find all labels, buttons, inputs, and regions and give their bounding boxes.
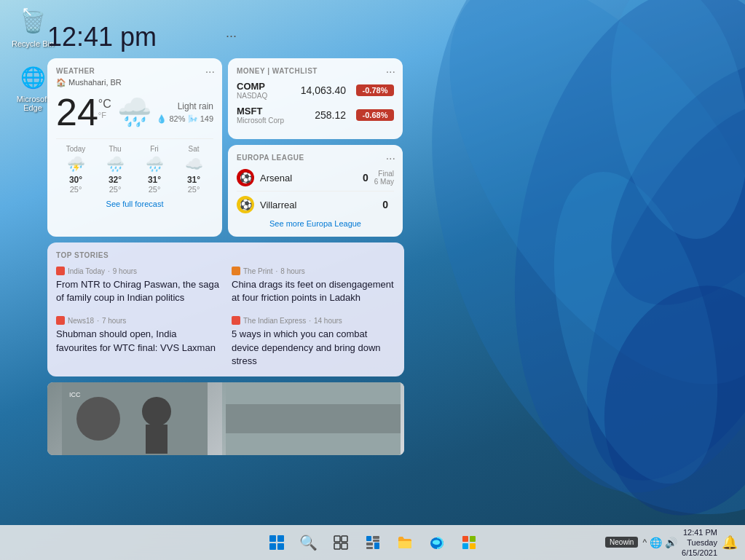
widgets-button[interactable] <box>358 528 387 557</box>
svg-rect-17 <box>269 543 276 550</box>
forecast-fri: Fri 🌧️ 31° 25° <box>135 145 174 194</box>
story-2-source-dot <box>56 316 65 325</box>
forecast-day-name-2: Fri <box>135 145 174 153</box>
story-0-source: India Today · 9 hours <box>56 267 220 275</box>
svg-rect-20 <box>342 536 347 542</box>
taskbar-date: Tuesday6/15/2021 <box>682 537 717 559</box>
temp-number: 24 <box>56 93 98 131</box>
weather-condition: Light rain <box>157 101 213 111</box>
weather-location: 🏠 Mushahari, BR <box>56 78 213 87</box>
europa-title: EUROPA LEAGUE <box>237 154 394 162</box>
money-title: MONEY | WATCHLIST <box>237 67 394 75</box>
image-strip: ICC <box>47 382 404 455</box>
task-view-button[interactable] <box>326 528 355 557</box>
start-button[interactable] <box>262 528 291 557</box>
europa-widget: ··· EUROPA LEAGUE ⚽ Arsenal 0 Final 6 Ma… <box>228 145 403 237</box>
search-button[interactable]: 🔍 <box>294 528 323 557</box>
svg-rect-23 <box>366 536 371 541</box>
image-strip-left: ICC <box>47 382 222 455</box>
forecast-low-1: 25° <box>95 185 135 194</box>
story-3[interactable]: The Indian Express · 14 hours 5 ways in … <box>232 316 395 368</box>
svg-rect-12 <box>146 425 167 454</box>
weather-widget: ··· WEATHER 🏠 Mushahari, BR 24 °C °F 🌧️ … <box>47 58 222 237</box>
stock-msft-exchange: Microsoft Corp <box>237 117 284 125</box>
notification-icon[interactable]: 🔔 <box>722 535 738 551</box>
story-3-title: 5 ways in which you can combat device de… <box>232 328 395 368</box>
edge-taskbar-button[interactable] <box>422 528 452 557</box>
network-icon[interactable]: 🌐 <box>650 537 662 548</box>
svg-rect-32 <box>462 543 468 549</box>
weather-temp: 24 °C °F <box>56 93 111 131</box>
chevron-icon[interactable]: ^ <box>642 537 647 548</box>
weather-main: 24 °C °F 🌧️ Light rain 💧 82% 🌬️ 149 <box>56 93 213 131</box>
svg-rect-24 <box>373 536 379 539</box>
forecast-day-name-1: Thu <box>95 145 135 153</box>
svg-rect-22 <box>342 543 347 549</box>
forecast-icon-1: 🌧️ <box>95 155 135 173</box>
story-2[interactable]: News18 · 7 hours Shubman should open, In… <box>56 316 220 368</box>
news-image <box>226 382 401 455</box>
match-result-label: Final <box>374 170 394 178</box>
weather-forecast: Today ⛈️ 30° 25° Thu 🌧️ 32° 25° Fri 🌧️ 3… <box>56 138 213 194</box>
mouse-cursor: ↖ <box>22 4 33 20</box>
taskbar-right: Neowin ^ 🌐 🔊 12:41 PM Tuesday6/15/2021 🔔 <box>605 527 738 559</box>
store-button[interactable] <box>454 528 484 557</box>
arsenal-name: Arsenal <box>260 173 363 184</box>
cricket-image: ICC <box>62 382 208 455</box>
forecast-high-2: 31° <box>135 175 174 185</box>
story-0[interactable]: India Today · 9 hours From NTR to Chirag… <box>56 267 220 304</box>
svg-rect-31 <box>470 536 476 542</box>
svg-rect-28 <box>373 540 379 542</box>
stock-msft-values: 258.12 -0.68% <box>315 109 394 121</box>
story-1[interactable]: The Print · 8 hours China drags its feet… <box>232 267 395 304</box>
story-1-title: China drags its feet on disengagement at… <box>232 278 395 304</box>
match-arsenal: ⚽ Arsenal 0 Final 6 May <box>237 169 394 186</box>
story-1-source-dot <box>232 267 240 275</box>
story-0-source-dot <box>56 267 65 275</box>
image-strip-right <box>222 382 404 455</box>
svg-rect-19 <box>334 536 340 542</box>
stock-comp-price: 14,063.40 <box>301 84 346 96</box>
forecast-low-3: 25° <box>174 185 213 194</box>
europa-menu[interactable]: ··· <box>386 152 395 165</box>
widget-row-1: ··· WEATHER 🏠 Mushahari, BR 24 °C °F 🌧️ … <box>47 58 404 237</box>
svg-rect-26 <box>374 543 379 549</box>
money-menu[interactable]: ··· <box>386 66 395 79</box>
widgets-panel: ··· WEATHER 🏠 Mushahari, BR 24 °C °F 🌧️ … <box>47 58 404 455</box>
europa-more-link[interactable]: See more Europa League <box>237 219 394 228</box>
stock-msft-price: 258.12 <box>315 109 346 121</box>
svg-rect-30 <box>462 536 468 542</box>
stock-msft-info: MSFT Microsoft Corp <box>237 106 284 125</box>
svg-rect-21 <box>334 543 340 549</box>
svg-rect-16 <box>277 535 284 542</box>
taskbar-time: 12:41 PM <box>682 527 717 537</box>
forecast-high-3: 31° <box>174 175 213 185</box>
story-3-source: The Indian Express · 14 hours <box>232 316 395 325</box>
arsenal-logo: ⚽ <box>237 169 254 186</box>
story-1-source: The Print · 8 hours <box>232 267 395 275</box>
weather-condition-icon: 🌧️ <box>117 96 151 128</box>
stories-title: TOP STORIES <box>56 251 395 259</box>
forecast-low-0: 25° <box>56 185 95 194</box>
weather-stats: 💧 82% 🌬️ 149 <box>157 114 213 124</box>
forecast-low-2: 25° <box>135 185 174 194</box>
stock-comp-exchange: NASDAQ <box>237 92 267 100</box>
widgets-more-options[interactable]: ... <box>226 25 237 41</box>
edge-image: 🌐 <box>18 63 47 92</box>
forecast-day-name-0: Today <box>56 145 95 153</box>
svg-rect-33 <box>470 543 476 549</box>
svg-rect-14 <box>226 404 401 433</box>
weather-title: WEATHER <box>56 67 213 75</box>
taskbar-time-date[interactable]: 12:41 PM Tuesday6/15/2021 <box>682 527 717 559</box>
speaker-icon[interactable]: 🔊 <box>665 537 677 548</box>
weather-full-forecast-link[interactable]: See full forecast <box>56 200 213 208</box>
svg-point-11 <box>142 397 171 426</box>
story-2-title: Shubman should open, India favourites fo… <box>56 328 220 354</box>
clock-display: 12:41 pm <box>47 22 157 52</box>
money-widget: ··· MONEY | WATCHLIST COMP NASDAQ 14,063… <box>228 58 403 139</box>
weather-menu[interactable]: ··· <box>205 66 215 79</box>
stock-msft: MSFT Microsoft Corp 258.12 -0.68% <box>237 106 394 125</box>
taskbar: 🔍 <box>0 525 745 560</box>
file-explorer-button[interactable] <box>390 528 419 557</box>
weather-desc-right: Light rain 💧 82% 🌬️ 149 <box>157 101 213 124</box>
